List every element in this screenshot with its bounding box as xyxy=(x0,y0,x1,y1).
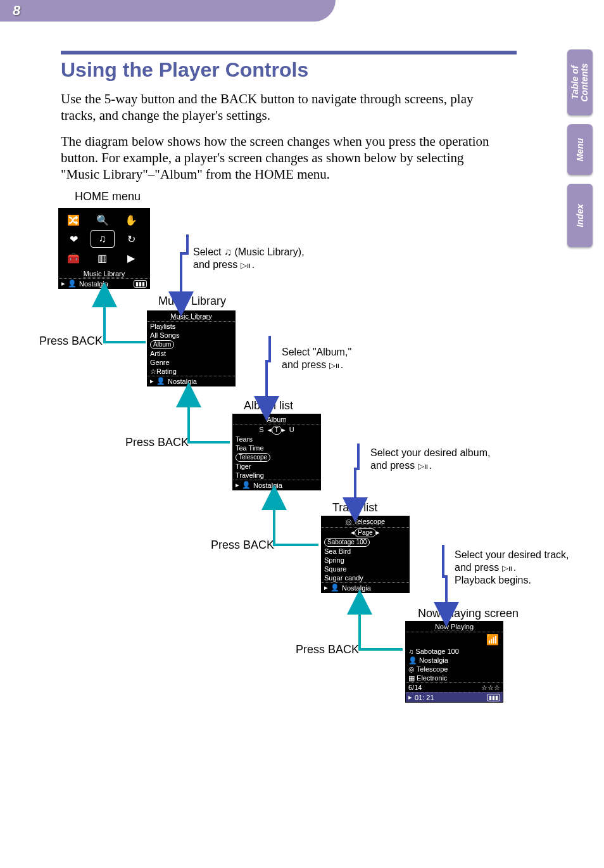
screen-home: 🔀 🔍 ✋ ❤ ♫ ↻ 🧰 ▥ ▶ Music Library ▸ 👤 Nost… xyxy=(58,208,150,289)
list-item: Album xyxy=(148,340,235,349)
list-item: Spring xyxy=(322,556,409,565)
play-triangle-icon: ▸ xyxy=(324,584,328,592)
label-press-back-3: Press BACK xyxy=(211,539,274,552)
jacket-icon: ✋ xyxy=(119,211,143,229)
now-trackno: 6/14 xyxy=(408,683,422,692)
now-time: 01: 21 xyxy=(415,694,434,701)
now-trackno-row: 6/14 ☆☆☆ xyxy=(406,682,503,692)
screen-track-list: ◎ Telescope ◂Page▸ Sabotage 100Sea BirdS… xyxy=(321,516,410,593)
page-title: Using the Player Controls xyxy=(61,58,542,82)
signal-icon: 📶 xyxy=(406,632,503,647)
home-footer-song: Nostalgia xyxy=(79,280,108,288)
list-item: Telescope xyxy=(233,452,320,462)
list-item: Square xyxy=(322,565,409,573)
arrow-back-4 xyxy=(353,600,407,651)
arrow-down-3 xyxy=(327,444,365,513)
instr-text: and press xyxy=(370,460,418,471)
pause-icon xyxy=(247,259,252,270)
now-genre: ▦ Electronic xyxy=(406,673,503,682)
page-header-bar xyxy=(0,0,336,22)
track-items: Sabotage 100Sea BirdSpringSquareSugar ca… xyxy=(322,537,409,582)
label-press-back-2: Press BACK xyxy=(125,436,189,449)
person-icon: 👤 xyxy=(330,584,339,592)
label-press-back-4: Press BACK xyxy=(296,643,359,656)
list-item: Tears xyxy=(233,435,320,444)
album-items: TearsTea TimeTelescopeTigerTraveling xyxy=(233,435,320,480)
list-item: Sea Bird xyxy=(322,547,409,556)
instr-text: (Music Library), xyxy=(234,246,304,257)
lib-items: PlaylistsAll SongsAlbumArtistGenre☆Ratin… xyxy=(148,322,235,376)
tab-index-label: Index xyxy=(576,204,585,227)
screen-music-library: Music Library PlaylistsAll SongsAlbumArt… xyxy=(147,310,236,386)
selected-item: Album xyxy=(150,340,174,349)
track-header: ◎ Telescope xyxy=(322,516,409,528)
music-note-icon: ♫ xyxy=(408,648,413,655)
shuffle-icon: 🔀 xyxy=(61,211,85,229)
title-rule xyxy=(61,51,517,54)
instr-select-library: Select ♫ (Music Library), and press . xyxy=(193,246,305,271)
track-footer-song: Nostalgia xyxy=(342,584,371,592)
now-artist-text: Nostalgia xyxy=(419,656,448,664)
screen-now-playing: Now Playing 📶 ♫ Sabotage 100 👤 Nostalgia… xyxy=(405,621,503,703)
nowplaying-icon: ▶ xyxy=(119,249,143,267)
instr-text: Playback begins. xyxy=(455,575,531,585)
tab-index[interactable]: Index xyxy=(567,184,593,247)
list-item: ☆Rating xyxy=(148,367,235,376)
tab-toc-label: Table of Contents xyxy=(570,63,589,102)
music-library-icon: ♫ xyxy=(91,230,115,248)
instr-select-album: Select "Album," and press . xyxy=(282,346,351,371)
arrow-back-3 xyxy=(268,495,322,546)
instr-text: Select your desired track, xyxy=(455,549,569,560)
home-footer: ▸ 👤 Nostalgia ▮▮▮ xyxy=(59,278,149,288)
list-item: All Songs xyxy=(148,331,235,340)
album-footer: ▸ 👤 Nostalgia xyxy=(233,480,320,490)
pause-icon xyxy=(336,359,341,370)
list-item: Traveling xyxy=(233,471,320,480)
now-footer: ▸ 01: 21 ▮▮▮ xyxy=(406,692,503,702)
album-letters: S ◂T▸ U xyxy=(233,425,320,435)
label-press-back-1: Press BACK xyxy=(39,335,103,348)
arrow-down-4 xyxy=(412,545,456,621)
pause-icon xyxy=(508,562,513,573)
lib-footer: ▸ 👤 Nostalgia xyxy=(148,376,235,386)
battery-icon: ▮▮▮ xyxy=(134,280,147,288)
battery-icon: ▮▮▮ xyxy=(487,694,500,701)
now-genre-text: Electronic xyxy=(417,674,447,682)
playlist-icon: ▥ xyxy=(91,249,115,267)
track-page-label: Page xyxy=(355,528,375,537)
track-page-row: ◂Page▸ xyxy=(322,528,409,537)
search-icon: 🔍 xyxy=(91,211,115,229)
star-icon: ☆☆☆ xyxy=(481,683,500,692)
body-paragraph-2: The diagram below shows how the screen c… xyxy=(61,133,504,183)
now-album: ◎ Telescope xyxy=(406,665,503,673)
label-home-menu: HOME menu xyxy=(75,190,141,203)
person-icon: 👤 xyxy=(242,481,251,489)
person-icon: 👤 xyxy=(68,279,77,288)
album-header: Album xyxy=(233,414,320,425)
pause-icon xyxy=(424,460,429,471)
person-icon: 👤 xyxy=(156,377,165,385)
arrow-back-1 xyxy=(98,293,149,343)
play-triangle-icon: ▸ xyxy=(236,481,239,489)
home-icon-grid: 🔀 🔍 ✋ ❤ ♫ ↻ 🧰 ▥ ▶ xyxy=(59,208,149,269)
list-item: Artist xyxy=(148,349,235,358)
now-artist: 👤 Nostalgia xyxy=(406,656,503,665)
instr-select-desired-track: Select your desired track, and press . P… xyxy=(455,549,569,587)
list-item: Tea Time xyxy=(233,444,320,452)
instr-select-desired-album: Select your desired album, and press . xyxy=(370,447,490,472)
instr-text: and press xyxy=(455,562,502,573)
lib-header: Music Library xyxy=(148,311,235,322)
body-paragraph-1: Use the 5-way button and the BACK button… xyxy=(61,91,504,124)
tab-menu[interactable]: Menu xyxy=(567,124,593,175)
lib-footer-song: Nostalgia xyxy=(168,378,197,385)
list-item: Sugar candy xyxy=(322,573,409,582)
tab-table-of-contents[interactable]: Table of Contents xyxy=(567,49,593,115)
now-album-text: Telescope xyxy=(417,665,448,673)
track-header-text: Telescope xyxy=(354,518,386,525)
disc-icon: ◎ xyxy=(408,665,415,673)
tab-menu-label: Menu xyxy=(576,138,585,162)
play-triangle-icon: ▸ xyxy=(150,377,154,385)
arrow-down-1 xyxy=(149,222,194,310)
selected-item: Telescope xyxy=(236,453,270,462)
now-header: Now Playing xyxy=(406,622,503,632)
